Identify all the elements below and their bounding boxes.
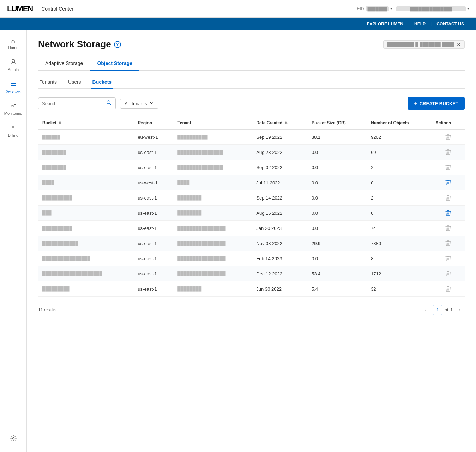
contact-us-link[interactable]: CONTACT US <box>432 22 469 26</box>
cell-bucket-size: 5.4 <box>307 281 367 297</box>
cell-tenant: ████████ <box>173 206 252 221</box>
cell-region: us-east-1 <box>133 145 173 160</box>
cell-actions <box>431 251 465 266</box>
cell-date-created: Aug 23 2022 <box>252 145 307 160</box>
breadcrumb-chip: █████████ █ ███████ ████ ✕ <box>383 40 465 49</box>
table-header: Bucket ⇅ Region Tenant Date Created ⇅ Bu… <box>38 117 465 129</box>
eid-dropdown-icon[interactable]: ▾ <box>390 7 392 11</box>
col-actions: Actions <box>431 117 465 129</box>
cell-date-created: Sep 02 2022 <box>252 160 307 175</box>
results-count: 11 results <box>38 308 56 313</box>
tenant-dropdown[interactable]: All Tenants <box>120 99 158 109</box>
cell-bucket-size: 38.1 <box>307 129 367 145</box>
svg-rect-1 <box>11 82 16 82</box>
sort-date-icon: ⇅ <box>285 121 288 125</box>
cell-bucket-size: 0.0 <box>307 190 367 206</box>
subtab-tenants[interactable]: Tenants <box>38 76 58 89</box>
sidebar-item-settings[interactable] <box>0 431 26 446</box>
cell-actions <box>431 190 465 206</box>
help-link[interactable]: HELP <box>409 22 430 26</box>
cell-region: eu-west-1 <box>133 129 173 145</box>
breadcrumb-close-icon[interactable]: ✕ <box>457 42 461 47</box>
delete-bucket-icon[interactable] <box>435 270 460 277</box>
sidebar-item-monitoring[interactable]: Monitoring <box>0 99 26 119</box>
col-date-created[interactable]: Date Created ⇅ <box>252 117 307 129</box>
sub-tabs: Tenants Users Buckets <box>38 76 465 89</box>
sidebar-item-billing[interactable]: Billing <box>0 120 26 141</box>
subtab-buckets[interactable]: Buckets <box>91 76 113 89</box>
cell-actions <box>431 281 465 297</box>
sort-bucket-icon: ⇅ <box>59 121 61 125</box>
table-row: ████████████ us-east-1 ████████████████ … <box>38 236 465 251</box>
delete-bucket-icon[interactable] <box>435 164 460 171</box>
delete-bucket-icon[interactable] <box>435 210 460 216</box>
sidebar-item-services[interactable]: Services <box>0 77 26 97</box>
cell-bucket-size: 0.0 <box>307 175 367 190</box>
search-box[interactable] <box>38 97 116 109</box>
col-num-objects: Number of Objects <box>367 117 431 129</box>
search-icon[interactable] <box>106 100 112 107</box>
delete-bucket-icon[interactable] <box>435 134 460 140</box>
billing-icon <box>10 124 17 132</box>
cell-region: us-east-1 <box>133 281 173 297</box>
sidebar-item-label-billing: Billing <box>8 133 18 137</box>
pagination-total: 1 <box>450 308 453 313</box>
tenant-dropdown-arrow <box>150 101 154 106</box>
cell-date-created: Sep 19 2022 <box>252 129 307 145</box>
cell-num-objects: 2 <box>367 190 431 206</box>
delete-bucket-icon[interactable] <box>435 195 460 201</box>
cell-region: us-east-1 <box>133 251 173 266</box>
delete-bucket-icon[interactable] <box>435 286 460 292</box>
pagination: 11 results ‹ 1 of 1 › <box>38 302 465 318</box>
delete-bucket-icon[interactable] <box>435 225 460 231</box>
create-bucket-button[interactable]: + CREATE BUCKET <box>408 97 465 110</box>
breadcrumb-value: █████████ █ ███████ ████ <box>387 42 454 47</box>
cell-date-created: Jan 20 2023 <box>252 221 307 236</box>
cell-region: us-east-1 <box>133 236 173 251</box>
cell-date-created: Feb 14 2023 <box>252 251 307 266</box>
pagination-controls: ‹ 1 of 1 › <box>421 305 465 315</box>
cell-date-created: Dec 12 2022 <box>252 266 307 281</box>
cell-region: us-east-1 <box>133 206 173 221</box>
svg-rect-4 <box>11 125 16 130</box>
user-dropdown-icon[interactable]: ▾ <box>467 7 469 11</box>
delete-bucket-icon[interactable] <box>435 149 460 155</box>
cell-num-objects: 7880 <box>367 236 431 251</box>
cell-tenant: ████████████████ <box>173 266 252 281</box>
table-row: ████████████████ us-east-1 █████████████… <box>38 251 465 266</box>
buckets-table: Bucket ⇅ Region Tenant Date Created ⇅ Bu… <box>38 117 465 297</box>
cell-actions <box>431 145 465 160</box>
tab-adaptive-storage[interactable]: Adaptive Storage <box>38 57 90 71</box>
page-1-button[interactable]: 1 <box>433 305 442 315</box>
next-page-button[interactable]: › <box>455 305 465 315</box>
delete-bucket-icon[interactable] <box>435 255 460 262</box>
cell-region: us-east-1 <box>133 221 173 236</box>
cell-bucket: ██████████ <box>38 190 133 206</box>
cell-actions <box>431 175 465 190</box>
col-bucket[interactable]: Bucket ⇅ <box>38 117 133 129</box>
table-row: ████████ us-east-1 ███████████████ Sep 0… <box>38 160 465 175</box>
help-icon[interactable]: ? <box>114 41 121 48</box>
sidebar-item-home[interactable]: ⌂ Home <box>0 34 26 53</box>
blue-banner: EXPLORE LUMEN | HELP | CONTACT US <box>0 18 476 30</box>
cell-tenant: ███████████████ <box>173 145 252 160</box>
sidebar-item-admin[interactable]: Admin <box>0 55 26 75</box>
tab-object-storage[interactable]: Object Storage <box>90 57 139 71</box>
prev-page-button[interactable]: ‹ <box>421 305 430 315</box>
explore-lumen-link[interactable]: EXPLORE LUMEN <box>362 22 408 26</box>
table-row: ██████████ us-east-1 ████████ Sep 14 202… <box>38 190 465 206</box>
svg-point-8 <box>12 438 14 439</box>
subtab-users[interactable]: Users <box>67 76 83 89</box>
monitoring-icon <box>10 102 17 110</box>
delete-bucket-icon[interactable] <box>435 240 460 246</box>
cell-bucket-size: 0.0 <box>307 221 367 236</box>
eid-label: EID <box>357 6 364 11</box>
tenant-dropdown-label: All Tenants <box>125 101 147 106</box>
cell-bucket: ████████████ <box>38 236 133 251</box>
cell-actions <box>431 160 465 175</box>
delete-bucket-icon[interactable] <box>435 179 460 186</box>
table-row: ██████ eu-west-1 ██████████ Sep 19 2022 … <box>38 129 465 145</box>
cell-bucket: ████████████████████ <box>38 266 133 281</box>
services-icon <box>10 80 17 88</box>
search-input[interactable] <box>42 101 104 106</box>
